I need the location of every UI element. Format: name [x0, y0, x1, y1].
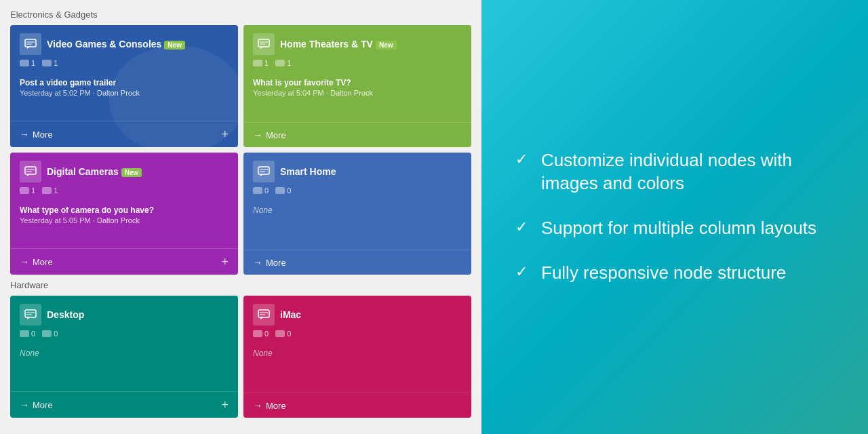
more-arrow-smarthome: →	[253, 257, 262, 268]
card-header-hometheaters: Home Theaters & TVNew	[253, 33, 462, 55]
more-link-videogames[interactable]: →More	[20, 129, 53, 140]
chat-icon-videogames	[20, 33, 41, 55]
stat-videogames-1: 1	[42, 59, 58, 67]
author-link-digitalcameras[interactable]: Dalton Prock	[97, 216, 140, 224]
card-title-smarthome: Smart Home	[280, 166, 336, 177]
card-footer-videogames: →More+	[10, 121, 238, 147]
stat-desktop-1: 0	[42, 330, 58, 338]
left-panel: Electronics & Gadgets Video Games & Cons…	[0, 0, 481, 434]
feature-item-0: ✓Customize individual nodes with images …	[515, 149, 834, 195]
chat-icon-desktop	[20, 304, 41, 326]
more-link-desktop[interactable]: →More	[20, 399, 53, 410]
card-stats-videogames: 11	[20, 59, 229, 67]
card-smarthome[interactable]: Smart Home00None→More	[243, 153, 471, 275]
stat-digitalcameras-0: 1	[20, 186, 35, 195]
stat-imac-1: 0	[275, 330, 291, 338]
card-footer-hometheaters: →More	[243, 122, 471, 147]
more-arrow-digitalcameras: →	[20, 256, 29, 267]
checkmark-icon-1: ✓	[515, 218, 528, 236]
more-arrow-hometheaters: →	[253, 130, 262, 140]
feature-item-1: ✓Support for multiple column layouts	[515, 217, 834, 240]
more-label-smarthome: More	[266, 258, 286, 268]
cards-grid-hardware: Desktop00None→More+ iMac00None→More	[10, 296, 471, 418]
card-title-desktop: Desktop	[47, 309, 84, 320]
card-none-desktop: None	[20, 349, 229, 358]
badge-new-hometheaters: New	[376, 41, 397, 50]
chat-icon-digitalcameras	[20, 161, 41, 182]
card-header-desktop: Desktop	[20, 304, 229, 326]
section-title-hardware: Hardware	[10, 280, 471, 290]
svg-rect-6	[25, 167, 36, 174]
more-link-smarthome[interactable]: →More	[253, 257, 286, 268]
author-link-videogames[interactable]: Dalton Prock	[97, 89, 140, 97]
card-header-digitalcameras: Digital CamerasNew	[20, 161, 229, 182]
stat-digitalcameras-1: 1	[42, 186, 58, 195]
chat-icon-imac	[253, 304, 275, 326]
stat-desktop-0: 0	[20, 330, 35, 338]
svg-rect-12	[25, 310, 36, 317]
more-link-digitalcameras[interactable]: →More	[20, 256, 53, 267]
card-digitalcameras[interactable]: Digital CamerasNew11What type of camera …	[10, 153, 238, 275]
author-link-hometheaters[interactable]: Dalton Prock	[330, 89, 373, 97]
card-imac[interactable]: iMac00None→More	[243, 296, 471, 418]
card-videogames[interactable]: Video Games & ConsolesNew11Post a video …	[10, 25, 238, 147]
card-stats-hometheaters: 11	[253, 59, 462, 67]
stat-smarthome-0: 0	[253, 186, 269, 195]
more-arrow-videogames: →	[20, 129, 29, 140]
stat-hometheaters-1: 1	[275, 59, 291, 67]
feature-text-0: Customize individual nodes with images a…	[541, 149, 834, 195]
card-footer-desktop: →More+	[10, 391, 238, 418]
more-label-hometheaters: More	[266, 130, 286, 140]
more-label-desktop: More	[33, 400, 53, 410]
feature-text-2: Fully responsive node structure	[541, 262, 786, 285]
card-post-meta-videogames: Yesterday at 5:02 PM · Dalton Prock	[20, 89, 229, 97]
card-stats-imac: 00	[253, 330, 462, 338]
card-none-imac: None	[253, 349, 462, 358]
svg-rect-15	[258, 310, 269, 317]
card-post-meta-digitalcameras: Yesterday at 5:05 PM · Dalton Prock	[20, 216, 229, 224]
card-post-title-digitalcameras: What type of camera do you have?	[20, 205, 229, 215]
more-arrow-imac: →	[253, 400, 262, 411]
svg-rect-3	[258, 39, 269, 47]
card-header-imac: iMac	[253, 304, 462, 326]
card-header-videogames: Video Games & ConsolesNew	[20, 33, 229, 55]
add-button-desktop[interactable]: +	[221, 399, 229, 411]
card-stats-smarthome: 00	[253, 186, 462, 195]
chat-icon-hometheaters	[253, 33, 275, 55]
stat-videogames-0: 1	[20, 59, 35, 67]
feature-item-2: ✓Fully responsive node structure	[515, 262, 834, 285]
section-title-electronics: Electronics & Gadgets	[10, 9, 471, 20]
more-label-digitalcameras: More	[33, 257, 53, 267]
more-arrow-desktop: →	[20, 399, 29, 410]
card-title-hometheaters: Home Theaters & TV	[280, 39, 373, 50]
svg-rect-9	[258, 167, 269, 174]
svg-rect-0	[25, 39, 36, 47]
card-header-smarthome: Smart Home	[253, 161, 462, 182]
cards-grid-electronics: Video Games & ConsolesNew11Post a video …	[10, 25, 471, 275]
badge-new-videogames: New	[164, 41, 185, 50]
card-title-videogames: Video Games & Consoles	[47, 39, 161, 50]
card-none-smarthome: None	[253, 205, 462, 215]
card-title-digitalcameras: Digital Cameras	[47, 166, 119, 177]
checkmark-icon-0: ✓	[515, 151, 528, 168]
checkmark-icon-2: ✓	[515, 263, 528, 281]
card-footer-imac: →More	[243, 393, 471, 418]
add-button-videogames[interactable]: +	[221, 128, 229, 140]
card-footer-smarthome: →More	[243, 250, 471, 275]
right-panel: ✓Customize individual nodes with images …	[481, 0, 868, 434]
chat-icon-smarthome	[253, 161, 275, 182]
card-title-imac: iMac	[280, 309, 301, 320]
badge-new-digitalcameras: New	[121, 168, 142, 177]
card-post-meta-hometheaters: Yesterday at 5:04 PM · Dalton Prock	[253, 89, 462, 97]
card-post-title-videogames: Post a video game trailer	[20, 78, 229, 87]
add-button-digitalcameras[interactable]: +	[221, 256, 229, 268]
stat-smarthome-1: 0	[275, 186, 291, 195]
feature-text-1: Support for multiple column layouts	[541, 217, 816, 240]
more-link-hometheaters[interactable]: →More	[253, 130, 286, 140]
card-footer-digitalcameras: →More+	[10, 248, 238, 275]
card-post-title-hometheaters: What is your favorite TV?	[253, 78, 462, 87]
card-hometheaters[interactable]: Home Theaters & TVNew11What is your favo…	[243, 25, 471, 147]
more-label-imac: More	[266, 401, 286, 411]
more-link-imac[interactable]: →More	[253, 400, 286, 411]
card-desktop[interactable]: Desktop00None→More+	[10, 296, 238, 418]
